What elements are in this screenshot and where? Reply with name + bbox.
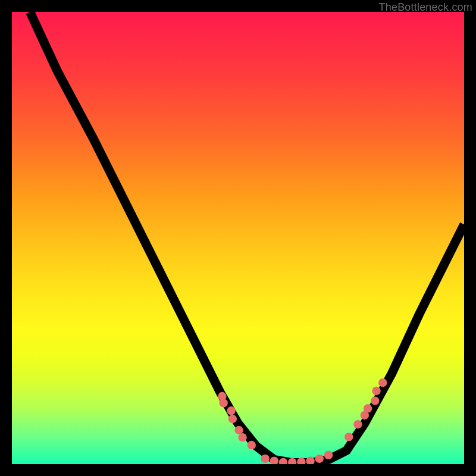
attribution-text: TheBottleneck.com (379, 1, 472, 14)
data-point (364, 404, 372, 412)
data-point (228, 415, 237, 423)
data-point (315, 455, 324, 463)
data-point (238, 433, 246, 441)
data-point (371, 396, 379, 405)
bottleneck-curve (30, 12, 464, 463)
data-point (324, 451, 333, 459)
data-point (261, 455, 269, 463)
chart-svg (12, 12, 464, 464)
chart-frame: TheBottleneck.com (0, 0, 476, 476)
data-point (378, 378, 387, 387)
data-point (345, 433, 353, 441)
data-point (248, 441, 256, 449)
data-point (372, 387, 380, 395)
data-point (219, 399, 227, 407)
data-point (227, 406, 235, 415)
data-point (353, 420, 362, 428)
plot-area (12, 12, 464, 464)
